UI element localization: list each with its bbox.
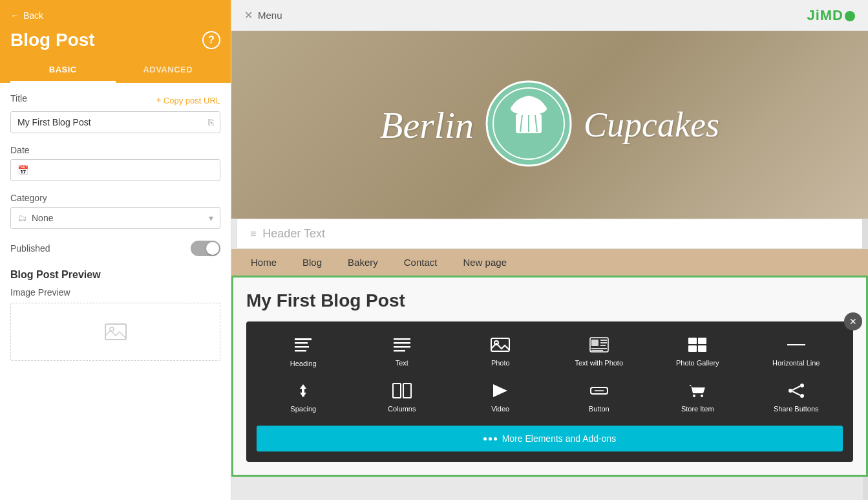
picker-text-with-photo[interactable]: Text with Photo	[553, 332, 646, 373]
picker-spacing[interactable]: Spacing	[257, 378, 350, 418]
store-item-icon	[688, 383, 707, 401]
close-picker-button[interactable]: ✕	[844, 312, 862, 331]
svg-rect-11	[295, 342, 308, 344]
video-label: Video	[491, 405, 509, 413]
picker-photo-gallery[interactable]: Photo Gallery	[651, 332, 745, 373]
spacing-label: Spacing	[290, 405, 316, 413]
copy-url-label: Copy post URL	[164, 96, 220, 105]
title-field-row: Title ⌖ Copy post URL	[10, 93, 220, 107]
columns-label: Columns	[388, 405, 416, 413]
heading-label: Heading	[290, 360, 317, 367]
nav-bakery[interactable]: Bakery	[348, 257, 378, 268]
photo-gallery-label: Photo Gallery	[676, 359, 719, 367]
title-value: My First Blog Post	[17, 117, 91, 127]
svg-point-46	[800, 394, 804, 398]
button-label: Button	[589, 405, 609, 413]
svg-marker-39	[493, 384, 507, 397]
title-section: Title ⌖ Copy post URL My First Blog Post…	[10, 93, 220, 133]
help-button[interactable]: ?	[202, 31, 220, 49]
blog-post-title: My First Blog Post	[246, 290, 853, 311]
panel-title: Blog Post	[10, 30, 95, 50]
photo-icon	[491, 337, 510, 355]
link-icon: ⌖	[156, 95, 161, 105]
folder-icon: 🗂	[17, 213, 26, 223]
image-preview-label: Image Preview	[10, 287, 220, 298]
header-lines-icon: ≡	[250, 228, 256, 240]
published-label: Published	[10, 243, 50, 254]
nav-new-page[interactable]: New page	[463, 257, 507, 268]
svg-line-48	[792, 391, 800, 395]
svg-rect-16	[394, 346, 410, 348]
button-icon	[589, 383, 609, 401]
category-section: Category 🗂 None ▾	[10, 193, 220, 229]
svg-rect-17	[394, 350, 405, 352]
svg-rect-38	[403, 384, 411, 398]
content-area: My First Blog Post ✕ Heading	[231, 276, 868, 477]
close-icon: ✕	[244, 9, 253, 21]
toggle-knob	[206, 242, 219, 255]
svg-rect-14	[394, 338, 410, 340]
date-input[interactable]: 📅	[10, 159, 220, 181]
copy-url-button[interactable]: ⌖ Copy post URL	[156, 95, 220, 105]
svg-rect-13	[295, 350, 306, 352]
published-toggle[interactable]	[191, 241, 220, 256]
picker-heading[interactable]: Heading	[257, 332, 350, 373]
hero-logo-wrapper: Berlin	[380, 75, 719, 175]
copy-icon: ⎘	[208, 117, 213, 127]
select-inner: 🗂 None	[17, 213, 53, 223]
svg-rect-24	[600, 345, 606, 346]
tab-advanced[interactable]: ADVANCED	[116, 58, 221, 83]
columns-icon	[392, 383, 412, 401]
blog-preview-title: Blog Post Preview	[10, 269, 220, 281]
nav-contact[interactable]: Contact	[404, 257, 438, 268]
title-input[interactable]: My First Blog Post ⎘	[10, 111, 220, 133]
header-text-placeholder: Header Text	[262, 227, 325, 241]
panel-body: Title ⌖ Copy post URL My First Blog Post…	[0, 83, 231, 500]
category-select[interactable]: 🗂 None ▾	[10, 207, 220, 229]
published-row: Published	[10, 241, 220, 256]
svg-marker-36	[300, 393, 306, 397]
text-label: Text	[396, 359, 408, 367]
back-label: Back	[23, 10, 43, 21]
nav-blog[interactable]: Blog	[302, 257, 322, 268]
text-with-photo-icon	[589, 337, 609, 355]
spacing-icon	[293, 383, 313, 401]
nav-home[interactable]: Home	[251, 257, 277, 268]
date-section: Date 📅	[10, 145, 220, 181]
picker-photo[interactable]: Photo	[454, 332, 547, 373]
picker-button[interactable]: Button	[553, 378, 646, 418]
menu-button[interactable]: ✕ Menu	[244, 9, 282, 21]
share-buttons-label: Share Buttons	[774, 405, 819, 413]
menu-label: Menu	[258, 10, 282, 21]
jimdo-logo: JiMD	[807, 7, 855, 24]
picker-text[interactable]: Text	[355, 332, 449, 373]
back-arrow-icon: ←	[10, 10, 19, 21]
date-label: Date	[10, 145, 220, 155]
tab-basic[interactable]: BASIC	[10, 58, 116, 83]
right-panel: ✕ Menu JiMD Berlin	[231, 0, 868, 500]
panel-header: ← Back Blog Post ? BASIC ADVANCED	[0, 0, 231, 83]
top-bar: ✕ Menu JiMD	[231, 0, 868, 31]
svg-rect-31	[787, 344, 805, 345]
picker-columns[interactable]: Columns	[355, 378, 449, 418]
element-picker: ✕ Heading Text	[246, 321, 853, 462]
berlin-text: Berlin	[380, 103, 474, 147]
horizontal-line-icon	[787, 337, 806, 355]
svg-rect-29	[688, 345, 697, 352]
picker-horizontal-line[interactable]: Horizontal Line	[750, 332, 843, 373]
more-elements-button[interactable]: More Elements and Add-ons	[257, 426, 843, 451]
header-text-bar[interactable]: ≡ Header Text	[237, 219, 863, 249]
svg-rect-0	[105, 324, 126, 340]
picker-video[interactable]: Video	[454, 378, 547, 418]
picker-store-item[interactable]: Store Item	[651, 378, 745, 418]
more-elements-label: More Elements and Add-ons	[502, 433, 617, 444]
picker-share-buttons[interactable]: Share Buttons	[750, 378, 843, 418]
text-with-photo-label: Text with Photo	[575, 359, 623, 367]
svg-rect-30	[698, 345, 706, 352]
photo-label: Photo	[491, 359, 510, 367]
horizontal-line-label: Horizontal Line	[772, 359, 820, 367]
title-label: Title	[10, 93, 27, 103]
back-button[interactable]: ← Back	[10, 6, 220, 25]
panel-title-row: Blog Post ?	[10, 25, 220, 58]
svg-rect-25	[591, 348, 607, 349]
